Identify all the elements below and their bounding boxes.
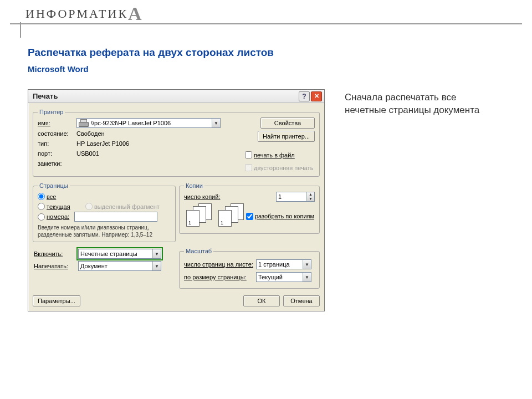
- brand: ИНФОРМАТИКА: [10, 3, 522, 24]
- help-button[interactable]: ?: [299, 91, 310, 101]
- print-dialog: Печать ? ✕ Принтер имя: \\pc-9233\HP Las…: [28, 89, 325, 311]
- close-button[interactable]: ✕: [311, 91, 322, 101]
- duplex-label: двусторонняя печать: [254, 165, 313, 171]
- pps-label: число страниц на листе:: [184, 261, 256, 268]
- find-printer-button[interactable]: Найти принтер...: [258, 131, 315, 142]
- print-what-combo[interactable]: Документ ▼: [78, 261, 161, 271]
- collate-illustration: 1 1: [186, 204, 244, 229]
- printer-type-label: тип:: [38, 140, 76, 147]
- spinner-arrows-icon: ▲▼: [306, 192, 314, 201]
- cancel-button[interactable]: Отмена: [283, 295, 320, 306]
- printer-icon: [79, 119, 89, 127]
- brand-suffix: А: [128, 3, 144, 24]
- printer-name-label: имя:: [38, 120, 76, 126]
- properties-button[interactable]: Свойства: [260, 117, 315, 129]
- pages-legend: Страницы: [38, 182, 70, 189]
- fit-combo[interactable]: Текущий ▼: [256, 272, 311, 282]
- pages-selection-label: выделенный фрагмент: [94, 203, 160, 210]
- pps-combo[interactable]: 1 страница ▼: [256, 259, 311, 269]
- copies-legend: Копии: [184, 182, 204, 189]
- pages-group: Страницы все текущая выделенный фрагмент…: [33, 182, 176, 242]
- collate-checkbox[interactable]: [246, 213, 253, 220]
- header-rule: [10, 23, 522, 24]
- chevron-down-icon: ▼: [303, 260, 311, 269]
- chevron-down-icon: ▼: [152, 262, 161, 270]
- pages-all-radio[interactable]: [38, 193, 45, 200]
- include-value: Нечетные страницы: [80, 250, 137, 257]
- printer-legend: Принтер: [38, 109, 65, 115]
- page-header: ИНФОРМАТИКА: [10, 3, 522, 24]
- fit-value: Текущий: [258, 274, 283, 280]
- print-to-file-checkbox[interactable]: [245, 151, 252, 158]
- copies-group: Копии число копий: 1 ▲▼: [179, 182, 320, 234]
- pages-help-2: разделенные запятыми. Например: 1,3,5–12: [38, 232, 171, 239]
- pages-all-label: все: [47, 193, 56, 200]
- dialog-title: Печать: [33, 92, 298, 100]
- include-label: Включить:: [34, 250, 78, 257]
- duplex-checkbox: [245, 164, 252, 171]
- pps-value: 1 страница: [258, 261, 290, 268]
- collate-label: разобрать по копиям: [255, 213, 314, 219]
- printer-status-label: состояние:: [38, 130, 76, 137]
- printer-status-value: Свободен: [76, 130, 105, 137]
- print-to-file-label: печать в файл: [254, 152, 295, 158]
- printer-group: Принтер имя: \\pc-9233\HP LaserJet P1006…: [33, 109, 320, 177]
- printer-name-value: \\pc-9233\HP LaserJet P1006: [91, 120, 171, 126]
- pages-help: Введите номера и/или диапазоны страниц, …: [38, 224, 171, 238]
- print-what-label: Напечатать:: [34, 263, 78, 269]
- title-block: Распечатка реферата на двух сторонах лис…: [28, 47, 532, 74]
- printer-notes-label: заметки:: [38, 160, 76, 167]
- printer-port-label: порт:: [38, 150, 76, 157]
- sheet-number: 1: [188, 220, 191, 226]
- pages-help-1: Введите номера и/или диапазоны страниц,: [38, 224, 171, 232]
- pages-current-radio[interactable]: [38, 203, 45, 210]
- params-button[interactable]: Параметры...: [33, 295, 80, 306]
- pages-numbers-input[interactable]: [74, 212, 157, 222]
- pages-current-label: текущая: [47, 203, 85, 210]
- scale-group: Масштаб число страниц на листе: 1 страни…: [179, 248, 320, 289]
- pages-numbers-label: номера:: [47, 213, 74, 220]
- page-subtitle: Microsoft Word: [28, 64, 532, 74]
- ok-button[interactable]: ОК: [243, 295, 280, 306]
- chevron-down-icon: ▼: [212, 119, 220, 127]
- sheet-number: 1: [221, 220, 223, 226]
- copies-count-value: 1: [278, 193, 282, 200]
- printer-port-value: USB001: [76, 150, 99, 157]
- pages-selection-radio: [85, 203, 93, 210]
- fit-label: по размеру страницы:: [184, 274, 256, 280]
- copies-count-label: число копий:: [184, 193, 234, 200]
- chevron-down-icon: ▼: [303, 273, 311, 282]
- printer-type-value: HP LaserJet P1006: [76, 140, 129, 147]
- side-note: Сначала распечатать все нечетные страниц…: [345, 91, 489, 117]
- page-title: Распечатка реферата на двух сторонах лис…: [28, 47, 532, 59]
- chevron-down-icon: ▼: [152, 249, 161, 258]
- brand-prefix: ИНФОРМАТИК: [25, 7, 128, 21]
- pages-numbers-radio[interactable]: [38, 213, 45, 221]
- printer-name-combo[interactable]: \\pc-9233\HP LaserJet P1006 ▼: [76, 118, 221, 128]
- scale-legend: Масштаб: [184, 248, 213, 254]
- print-what-value: Документ: [80, 263, 108, 269]
- dialog-titlebar[interactable]: Печать ? ✕: [28, 90, 324, 103]
- copies-count-spinner[interactable]: 1 ▲▼: [276, 192, 315, 202]
- include-combo[interactable]: Нечетные страницы ▼: [78, 249, 161, 259]
